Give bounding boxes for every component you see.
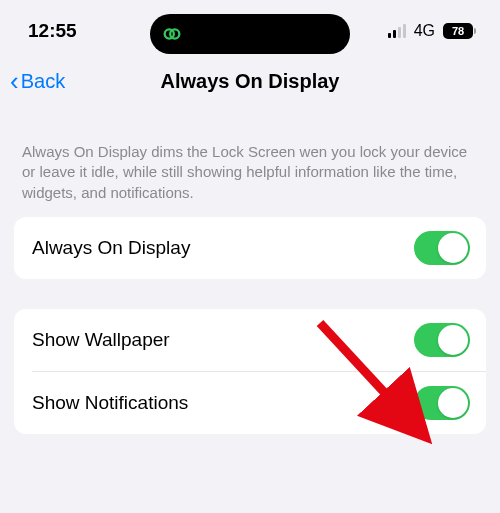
toggle-show-wallpaper[interactable] <box>414 323 470 357</box>
nav-bar: ‹ Back Always On Display <box>0 54 500 112</box>
back-button[interactable]: ‹ Back <box>10 68 65 94</box>
status-bar: 12:55 4G 78 <box>0 0 500 54</box>
row-show-notifications: Show Notifications <box>32 371 486 434</box>
dynamic-island[interactable] <box>150 14 350 54</box>
status-right: 4G 78 <box>388 22 476 40</box>
chevron-left-icon: ‹ <box>10 68 19 94</box>
row-always-on-display: Always On Display <box>14 217 486 279</box>
linked-app-icon <box>160 22 184 46</box>
section-description: Always On Display dims the Lock Screen w… <box>0 112 500 217</box>
battery-pct: 78 <box>452 25 464 37</box>
toggle-knob <box>438 325 468 355</box>
toggle-show-notifications[interactable] <box>414 386 470 420</box>
signal-icon <box>388 24 406 38</box>
row-show-wallpaper: Show Wallpaper <box>14 309 486 371</box>
toggle-knob <box>438 388 468 418</box>
toggle-always-on-display[interactable] <box>414 231 470 265</box>
row-label: Show Notifications <box>32 392 188 414</box>
page-title: Always On Display <box>161 70 340 93</box>
toggle-knob <box>438 233 468 263</box>
status-time: 12:55 <box>28 20 77 42</box>
row-label: Show Wallpaper <box>32 329 170 351</box>
battery-icon: 78 <box>443 23 476 39</box>
back-label: Back <box>21 70 65 93</box>
settings-group-main: Always On Display <box>14 217 486 279</box>
row-label: Always On Display <box>32 237 190 259</box>
settings-group-options: Show Wallpaper Show Notifications <box>14 309 486 434</box>
network-label: 4G <box>414 22 435 40</box>
